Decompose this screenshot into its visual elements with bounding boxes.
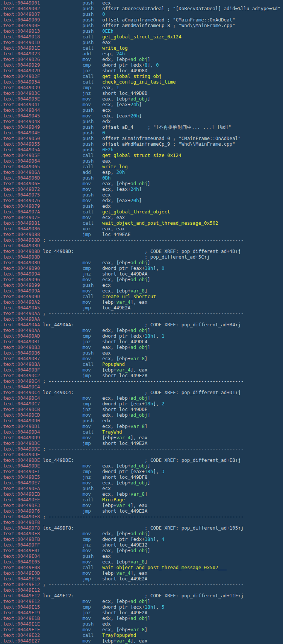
address-cell[interactable]: .text:00449D76 — [0, 198, 40, 203]
code-line[interactable]: .text:00449D2F call get_global_string_ob… — [0, 73, 283, 79]
address-cell[interactable]: .text:00449DDE — [0, 446, 40, 452]
code-line[interactable]: .text:00449D34 call check_config_ini_las… — [0, 79, 283, 85]
address-cell[interactable]: .text:00449DBF — [0, 367, 40, 373]
address-cell[interactable]: .text:00449DA5 — [0, 305, 40, 311]
function-ref[interactable]: TrayPopupWnd — [102, 632, 136, 638]
code-line[interactable]: .text:00449DDC jmp short loc_449E2A — [0, 440, 283, 446]
code-line[interactable]: .text:00449DD4 call TrayWnd — [0, 429, 283, 435]
address-cell[interactable]: .text:00449D44 — [0, 107, 40, 113]
code-line[interactable]: .text:00449E12 — [0, 587, 283, 593]
code-line[interactable]: .text:00449D41 mov ecx, [eax+24h] — [0, 102, 283, 107]
code-line[interactable]: .text:00449DEE call MiniPage — [0, 497, 283, 502]
address-cell[interactable]: .text:00449D8D — [0, 237, 40, 243]
address-cell[interactable]: .text:00449D9D — [0, 294, 40, 299]
code-line[interactable]: .text:00449D8D — [0, 243, 283, 248]
address-cell[interactable]: .text:00449D94 — [0, 271, 40, 277]
code-line[interactable]: .text:00449DD0 push edx — [0, 418, 283, 423]
code-line[interactable]: .text:00449D9A mov ecx, [ebp+var_8] — [0, 288, 283, 294]
local-var-ref[interactable]: var_4 — [117, 435, 131, 440]
code-line[interactable]: .text:00449D49 push offset aD_4 ; "[不再提醒… — [0, 124, 283, 130]
code-line[interactable]: .text:00449D6D push 0Bh — [0, 175, 283, 181]
local-var-ref[interactable]: ad_obj — [130, 277, 147, 282]
address-cell[interactable]: .text:00449DCB — [0, 406, 40, 412]
code-line[interactable]: .text:00449DEB mov ecx, [ebp+var_8] — [0, 491, 283, 497]
code-line[interactable]: .text:00449D8D ; -----------------------… — [0, 237, 283, 243]
address-cell[interactable]: .text:00449E12 — [0, 582, 40, 587]
address-cell[interactable]: .text:00449D2D — [0, 68, 40, 73]
local-var-ref[interactable]: var_4 — [117, 502, 131, 508]
code-line[interactable]: .text:00449E27 mov [ebp+var_4], eax — [0, 638, 283, 644]
address-cell[interactable]: .text:00449E19 — [0, 610, 40, 615]
address-cell[interactable]: .text:00449DEB — [0, 491, 40, 497]
code-line[interactable]: .text:00449DF6 jmp short loc_449E2A — [0, 508, 283, 514]
address-cell[interactable]: .text:00449D09 — [0, 17, 40, 23]
code-line[interactable]: .text:00449DF8 mov edx, [ebp+ad_obj] — [0, 531, 283, 536]
address-cell[interactable]: .text:00449D01 — [0, 0, 40, 6]
code-line[interactable]: .text:00449E12 ; -----------------------… — [0, 582, 283, 587]
address-cell[interactable]: .text:00449D1E — [0, 45, 40, 51]
code-line[interactable]: .text:00449DD9 mov [ebp+var_4], eax — [0, 435, 283, 440]
address-cell[interactable]: .text:00449DC7 — [0, 401, 40, 406]
address-cell[interactable]: .text:00449DC2 — [0, 373, 40, 378]
local-var-ref[interactable]: ad_obj — [130, 260, 147, 265]
address-cell[interactable]: .text:00449E10 — [0, 576, 40, 582]
address-cell[interactable]: .text:00449D49 — [0, 124, 40, 130]
address-cell[interactable]: .text:00449E1B — [0, 615, 40, 621]
address-cell[interactable]: .text:00449D48 — [0, 119, 40, 124]
code-line[interactable]: .text:00449DB1 jnz short loc_449DC4 — [0, 339, 283, 344]
address-cell[interactable]: .text:00449DAA — [0, 327, 40, 333]
code-line[interactable]: .text:00449DDE loc_449DDE: ; CODE XREF: … — [0, 457, 283, 463]
address-cell[interactable]: .text:00449E0D — [0, 570, 40, 576]
address-cell[interactable]: .text:00449DEA — [0, 486, 40, 491]
local-var-ref[interactable]: ad_obj — [130, 463, 147, 469]
local-var-ref[interactable]: ad_obj — [130, 181, 147, 186]
code-line[interactable]: .text:00449E19 jnz short loc_449E2A — [0, 610, 283, 615]
address-cell[interactable]: .text:00449DEE — [0, 497, 40, 502]
code-line[interactable]: .text:00449D07 push 0 — [0, 11, 283, 17]
address-cell[interactable]: .text:00449E08 — [0, 565, 40, 570]
code-line[interactable]: .text:00449D48 push edx — [0, 119, 283, 124]
code-line[interactable]: .text:00449E04 push eax — [0, 553, 283, 559]
address-cell[interactable]: .text:00449E27 — [0, 638, 40, 644]
address-cell[interactable]: .text:00449E12 — [0, 593, 40, 598]
code-line[interactable]: .text:00449E10 jmp short loc_449E2A — [0, 576, 283, 582]
local-var-ref[interactable]: var_4 — [117, 570, 131, 576]
code-line[interactable]: .text:00449DF8 loc_449DF8: ; CODE XREF: … — [0, 525, 283, 531]
address-cell[interactable]: .text:00449E01 — [0, 548, 40, 553]
address-cell[interactable]: .text:00449DA2 — [0, 299, 40, 305]
address-cell[interactable]: .text:00449E1F — [0, 627, 40, 632]
address-cell[interactable]: .text:00449D3E — [0, 96, 40, 102]
code-line[interactable]: .text:00449D99 push ecx — [0, 282, 283, 288]
address-cell[interactable]: .text:00449E15 — [0, 604, 40, 610]
address-cell[interactable]: .text:00449DC4 — [0, 384, 40, 390]
address-cell[interactable]: .text:00449DB1 — [0, 339, 40, 344]
code-line[interactable]: .text:00449D3E mov eax, [ebp+ad_obj] — [0, 96, 283, 102]
address-cell[interactable]: .text:00449DE5 — [0, 474, 40, 480]
local-var-ref[interactable]: ad_obj — [130, 480, 147, 486]
address-cell[interactable]: .text:00449D2F — [0, 73, 40, 79]
address-cell[interactable]: .text:00449D07 — [0, 11, 40, 17]
code-line[interactable]: .text:00449D6F mov eax, [ebp+ad_obj] — [0, 181, 283, 186]
local-var-ref[interactable]: ad_obj — [130, 96, 147, 102]
address-cell[interactable]: .text:00449DD0 — [0, 418, 40, 423]
local-var-ref[interactable]: var_8 — [130, 423, 145, 429]
address-cell[interactable]: .text:00449D6D — [0, 175, 40, 181]
code-line[interactable]: .text:00449DF3 mov [ebp+var_4], eax — [0, 502, 283, 508]
address-cell[interactable]: .text:00449D23 — [0, 51, 40, 56]
code-line[interactable]: .text:00449D64 push eax — [0, 158, 283, 164]
function-ref[interactable]: MiniPage — [102, 497, 125, 502]
address-cell[interactable]: .text:00449DAA — [0, 311, 40, 316]
address-cell[interactable]: .text:00449D8D — [0, 248, 40, 254]
code-line[interactable]: .text:00449D76 mov edx, [eax+20h] — [0, 198, 283, 203]
address-cell[interactable]: .text:00449DC4 — [0, 395, 40, 401]
code-line[interactable]: .text:00449D79 push edx — [0, 203, 283, 209]
code-line[interactable]: .text:00449E1E push edx — [0, 621, 283, 627]
local-var-ref[interactable]: var_8 — [130, 288, 145, 294]
address-cell[interactable]: .text:00449E12 — [0, 587, 40, 593]
code-line[interactable]: .text:00449DE7 mov ecx, [ebp+ad_obj] — [0, 480, 283, 486]
code-line[interactable]: .text:00449D7F mov ecx, eax — [0, 215, 283, 220]
code-line[interactable]: .text:00449DA2 mov [ebp+var_4], eax — [0, 299, 283, 305]
code-line[interactable]: .text:00449E12 loc_449E12: ; CODE XREF: … — [0, 593, 283, 598]
code-line[interactable]: .text:00449DBF mov [ebp+var_4], eax — [0, 367, 283, 373]
code-line[interactable]: .text:00449D65 call write_log — [0, 164, 283, 169]
